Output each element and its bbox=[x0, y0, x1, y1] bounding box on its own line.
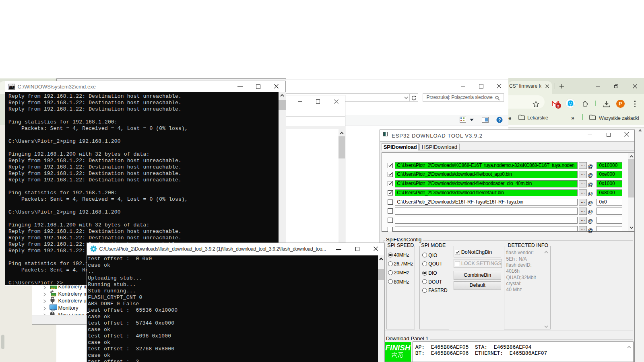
svg-text:?: ? bbox=[498, 117, 501, 122]
svg-text:2: 2 bbox=[557, 104, 559, 108]
